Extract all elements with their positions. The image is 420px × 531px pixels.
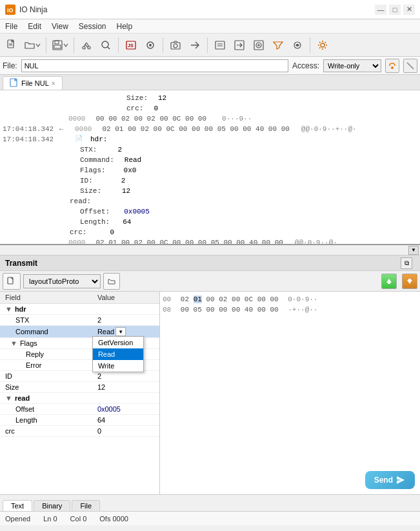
- open-layout-button[interactable]: [103, 273, 120, 290]
- form-row-offset[interactable]: Offset 0x0005: [0, 404, 159, 415]
- plugin-button[interactable]: [288, 36, 306, 54]
- svg-line-32: [407, 63, 414, 69]
- options-button[interactable]: [141, 36, 159, 54]
- import-button[interactable]: [250, 36, 268, 54]
- access-label: Access:: [292, 61, 319, 70]
- titlebar-left: IO IO Ninja: [5, 5, 47, 15]
- app-icon: IO: [5, 5, 15, 15]
- send-label: Send: [374, 476, 393, 485]
- command-dropdown-button[interactable]: ▼: [115, 327, 126, 336]
- settings-button[interactable]: [314, 36, 332, 54]
- log-entry: STX: 2: [3, 145, 417, 155]
- tab-close-button[interactable]: ×: [52, 80, 55, 87]
- log-area[interactable]: Size: 12 crc: 0 0000 00 00 02 00 02 00 0…: [0, 90, 420, 245]
- svg-rect-7: [54, 45, 61, 48]
- svg-point-13: [102, 41, 108, 48]
- log-button[interactable]: [211, 36, 229, 54]
- toolbar-separator-1: [46, 37, 46, 53]
- collapse-flags-icon[interactable]: ▼: [10, 339, 17, 347]
- command-dropdown: GetVersion Read Write: [92, 336, 144, 372]
- field-stx-label: STX: [15, 316, 29, 324]
- field-size-value: 12: [97, 383, 105, 391]
- form-table: Field Value ▼hdr STX 2 Command: [0, 292, 159, 437]
- field-id-label: ID: [5, 372, 12, 380]
- svg-point-20: [174, 44, 177, 48]
- close-button[interactable]: ✕: [403, 5, 415, 15]
- col-value: Value: [92, 292, 159, 304]
- send-button[interactable]: Send: [365, 471, 415, 489]
- menu-edit[interactable]: Edit: [23, 21, 46, 32]
- tab-icon: [10, 78, 19, 88]
- maximize-button[interactable]: □: [389, 5, 401, 15]
- tab-file[interactable]: File: [72, 500, 100, 511]
- transmit-restore-button[interactable]: ⧉: [401, 257, 412, 269]
- form-row-id[interactable]: ID 2: [0, 371, 159, 382]
- field-error-label: Error: [26, 361, 41, 369]
- cut-button[interactable]: [77, 36, 95, 54]
- menubar: File Edit View Session Help: [0, 19, 420, 34]
- transmit-hex-preview: 00 02 01 00 02 00 0C 00 00 0·0·9·· 08 00…: [160, 292, 420, 494]
- form-row-size[interactable]: Size 12: [0, 382, 159, 393]
- new-layout-button[interactable]: [3, 273, 21, 290]
- titlebar: IO IO Ninja — □ ✕: [0, 0, 420, 19]
- form-row-crc[interactable]: crc 0: [0, 426, 159, 437]
- form-row-command[interactable]: Command Read ▼ GetVersion Read Write: [0, 326, 159, 338]
- save-dropdown-button[interactable]: [50, 36, 70, 54]
- collapse-icon[interactable]: ▼: [5, 305, 12, 313]
- form-row-read[interactable]: ▼read: [0, 393, 159, 404]
- field-crc-value: 0: [97, 427, 101, 435]
- log-entry: Flags: 0x0: [3, 165, 417, 175]
- svg-rect-35: [388, 282, 390, 284]
- export-button[interactable]: [230, 36, 248, 54]
- log-entry: Command: Read: [3, 155, 417, 165]
- transmit-up-button[interactable]: [381, 274, 397, 289]
- new-button[interactable]: [3, 36, 21, 54]
- col-field: Field: [0, 292, 92, 304]
- toolbar-separator-6: [310, 37, 310, 53]
- menu-help[interactable]: Help: [112, 21, 138, 32]
- filter-button[interactable]: [269, 36, 287, 54]
- svg-rect-36: [408, 279, 411, 281]
- menu-view[interactable]: View: [46, 21, 74, 32]
- layout-select[interactable]: layoutTutoProto: [23, 274, 101, 288]
- connect-button[interactable]: [385, 59, 399, 73]
- access-select[interactable]: Write-only Read-only Read-write: [323, 59, 381, 72]
- disconnect-button[interactable]: [403, 59, 417, 73]
- form-row-length[interactable]: Length 64: [0, 415, 159, 426]
- svg-rect-6: [55, 41, 59, 44]
- dropdown-option-write[interactable]: Write: [93, 360, 143, 372]
- svg-point-8: [83, 46, 85, 49]
- collapse-read-icon[interactable]: ▼: [5, 394, 12, 402]
- open-dropdown-button[interactable]: [22, 36, 43, 54]
- window-controls: — □ ✕: [375, 5, 415, 15]
- tab-binary[interactable]: Binary: [34, 500, 70, 511]
- field-stx-value: 2: [97, 316, 101, 324]
- dropdown-option-getversion[interactable]: GetVersion: [93, 337, 143, 348]
- transmit-down-button[interactable]: [402, 274, 417, 289]
- tabbar: File NUL ×: [0, 75, 420, 90]
- script-button[interactable]: JS: [122, 36, 140, 54]
- form-row-hdr[interactable]: ▼hdr: [0, 304, 159, 315]
- transmit-title: Transmit: [5, 259, 37, 268]
- log-hdr-line: 17:04:18.342 📄 hdr:: [3, 134, 417, 145]
- capture-button[interactable]: [166, 36, 185, 54]
- scroll-down-button[interactable]: ▼: [408, 246, 419, 255]
- log-entry: Length: 64: [3, 217, 417, 227]
- arrow-right-button[interactable]: [186, 36, 204, 54]
- log-entry: Size: 12: [3, 93, 417, 103]
- file-input[interactable]: [21, 59, 288, 72]
- menu-file[interactable]: File: [0, 21, 23, 32]
- transmit-form: Field Value ▼hdr STX 2 Command: [0, 292, 160, 494]
- tab-file-nul[interactable]: File NUL ×: [3, 76, 63, 90]
- log-hex-line: 0000 00 00 02 00 02 00 0C 00 00 0···9··: [3, 114, 417, 124]
- tab-text[interactable]: Text: [3, 500, 32, 511]
- form-row-stx[interactable]: STX 2: [0, 315, 159, 326]
- minimize-button[interactable]: —: [375, 5, 386, 15]
- dropdown-option-read[interactable]: Read: [93, 348, 143, 360]
- file-label: File:: [3, 61, 17, 70]
- field-hdr: hdr: [15, 305, 26, 313]
- transmit-body: Field Value ▼hdr STX 2 Command: [0, 292, 420, 494]
- find-button[interactable]: [97, 36, 115, 54]
- menu-session[interactable]: Session: [74, 21, 112, 32]
- bottom-tabs: Text Binary File: [0, 494, 420, 511]
